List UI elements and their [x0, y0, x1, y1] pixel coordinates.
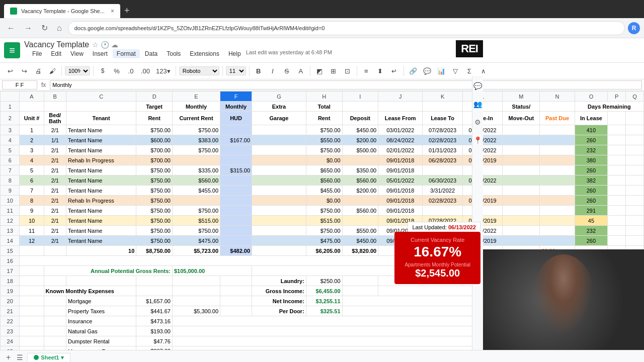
cell-H14[interactable]: $475.00	[306, 236, 342, 246]
cell-I5[interactable]: $500.00	[342, 145, 378, 155]
cell-gross-income-label[interactable]: Gross Income:	[252, 286, 306, 296]
cell-G3[interactable]	[252, 125, 306, 135]
cell-net-income-value[interactable]: $3,255.11	[306, 296, 342, 306]
cell-G2[interactable]: Garage	[252, 112, 306, 125]
cell-C8[interactable]: Tentant Name	[66, 175, 136, 186]
cell-C9[interactable]: Tentant Name	[66, 186, 136, 196]
cell-P2[interactable]	[608, 112, 626, 125]
cell-J4[interactable]: 08/24/2022	[378, 135, 423, 145]
cell-Q3[interactable]	[625, 125, 643, 135]
cell-M7[interactable]	[503, 165, 540, 175]
cell-Q2[interactable]	[625, 112, 643, 125]
cell-insurance-value[interactable]: $473.16	[136, 316, 173, 326]
cell-A22[interactable]	[20, 316, 44, 326]
back-button[interactable]: ←	[4, 22, 18, 35]
cell-N4[interactable]	[540, 135, 575, 145]
cell-B7[interactable]: 2/1	[44, 165, 66, 175]
col-header-A[interactable]: A	[20, 92, 44, 102]
cell-G14[interactable]	[252, 236, 306, 246]
cell-K2[interactable]: Lease To	[423, 112, 463, 125]
cell-D8[interactable]: $750.00	[136, 175, 173, 186]
cell-A17[interactable]	[20, 266, 44, 276]
cell-D19[interactable]	[136, 286, 173, 296]
print-button[interactable]: 🖨	[32, 65, 44, 77]
cell-E8[interactable]: $560.00	[172, 175, 220, 186]
cell-B15[interactable]	[44, 246, 66, 256]
cell-H8[interactable]: $560.00	[306, 175, 342, 186]
cell-F7[interactable]: $315.00	[220, 165, 252, 175]
cell-C1[interactable]	[66, 102, 136, 112]
cell-G5[interactable]	[252, 145, 306, 155]
col-header-C[interactable]: C	[66, 92, 136, 102]
cell-M1[interactable]: Status/	[503, 102, 540, 112]
cell-O1[interactable]: Days Remaining	[575, 102, 643, 112]
cell-C18[interactable]	[66, 276, 136, 286]
cell-B1[interactable]	[44, 102, 66, 112]
cell-H3[interactable]: $750.00	[306, 125, 342, 135]
cell-B23[interactable]	[44, 326, 66, 336]
cell-B9[interactable]: 2/1	[44, 186, 66, 196]
cell-D5[interactable]: $700.00	[136, 145, 173, 155]
cell-B18[interactable]	[44, 276, 66, 286]
cell-K1[interactable]	[423, 102, 463, 112]
cell-A3[interactable]: 1	[20, 125, 44, 135]
cell-F4[interactable]: $167.00	[220, 135, 252, 145]
cell-E18[interactable]	[172, 276, 220, 286]
cell-I6[interactable]	[342, 155, 378, 165]
cell-P11[interactable]	[608, 206, 626, 216]
cell-B22[interactable]	[44, 316, 66, 326]
cell-G9[interactable]	[252, 186, 306, 196]
cell-N2[interactable]: Past Due	[540, 112, 575, 125]
cell-A8[interactable]: 6	[20, 175, 44, 186]
cell-P3[interactable]	[608, 125, 626, 135]
cell-N14[interactable]	[540, 236, 575, 246]
decimal-decrease-button[interactable]: .0	[125, 65, 137, 77]
cell-K5[interactable]: 01/31/2023	[423, 145, 463, 155]
cell-O14[interactable]: 260	[575, 236, 607, 246]
cell-N3[interactable]	[540, 125, 575, 135]
cell-mgmt-value[interactable]: $387.30	[136, 346, 173, 350]
cell-J8[interactable]: 05/01/2022	[378, 175, 423, 186]
cell-I9[interactable]: $200.00	[342, 186, 378, 196]
cell-I2[interactable]: Deposit	[342, 112, 378, 125]
people-icon[interactable]: 👥	[471, 98, 484, 110]
cell-D4[interactable]: $600.00	[136, 135, 173, 145]
chat-icon[interactable]: 💬	[471, 80, 484, 92]
cell-N9[interactable]	[540, 186, 575, 196]
cell-F8[interactable]	[220, 175, 252, 186]
cell-I18[interactable]	[342, 276, 378, 286]
cell-D2[interactable]: Rent	[136, 112, 173, 125]
cell-F1[interactable]: Monthly	[220, 102, 252, 112]
cell-B14[interactable]: 2/1	[44, 236, 66, 246]
cell-D1[interactable]: Target	[136, 102, 173, 112]
cell-M13[interactable]	[503, 226, 540, 236]
zoom-select[interactable]: 100%	[65, 66, 90, 75]
cell-P14[interactable]	[608, 236, 626, 246]
cell-B20[interactable]	[44, 296, 66, 306]
cell-F20[interactable]	[220, 296, 252, 306]
cell-G4[interactable]	[252, 135, 306, 145]
cell-J1[interactable]	[378, 102, 423, 112]
cell-B2[interactable]: Bed/Bath	[44, 112, 66, 125]
font-select[interactable]: Roboto	[179, 66, 219, 75]
cell-B11[interactable]: 2/1	[44, 206, 66, 216]
cell-O9[interactable]: 260	[575, 186, 607, 196]
cell-F3[interactable]	[220, 125, 252, 135]
cell-B21[interactable]	[44, 306, 66, 316]
col-header-J[interactable]: J	[378, 92, 423, 102]
cell-H7[interactable]: $650.00	[306, 165, 342, 175]
cell-gross-income-value[interactable]: $6,455.00	[306, 286, 342, 296]
cell-C12[interactable]: Tentant Name	[66, 216, 136, 226]
cell-K4[interactable]: 02/28/2023	[423, 135, 463, 145]
cell-F15[interactable]: $482.00	[220, 246, 252, 256]
cell-G13[interactable]	[252, 226, 306, 236]
cell-E1[interactable]: Monthly	[172, 102, 220, 112]
cell-Q6[interactable]	[625, 155, 643, 165]
cell-E13[interactable]: $750.00	[172, 226, 220, 236]
align-button[interactable]: ≡	[360, 65, 372, 77]
cell-A20[interactable]	[20, 296, 44, 306]
cell-E7[interactable]: $335.00	[172, 165, 220, 175]
bold-button[interactable]: B	[253, 65, 265, 77]
cell-annual-label[interactable]: Annual Potential Gross Rents:	[44, 266, 172, 276]
function-button[interactable]: Σ	[463, 65, 475, 77]
